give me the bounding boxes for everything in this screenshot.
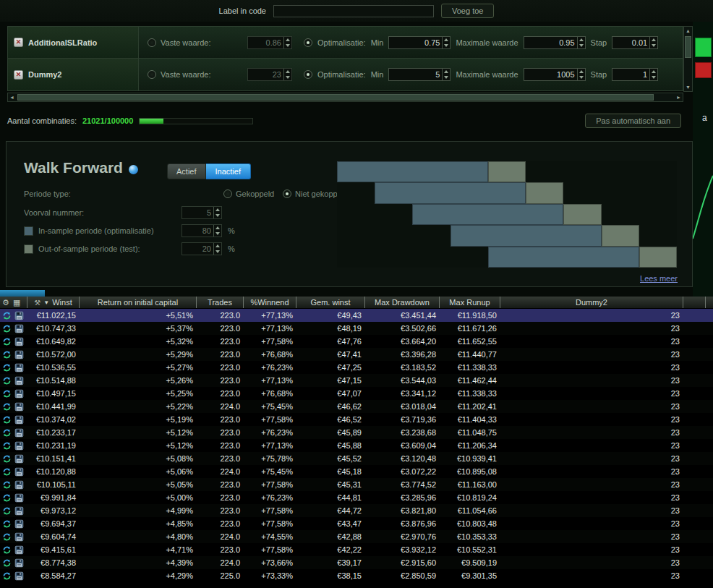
table-row[interactable]: €11.022,15 +5,51% 223.0 +77,13% €49,43 €… <box>0 309 713 322</box>
fixed-value-radio[interactable] <box>148 38 156 47</box>
grid-icon[interactable]: ▦ <box>13 299 20 307</box>
table-row[interactable]: €10.497,15 +5,25% 223.0 +76,68% €47,07 €… <box>0 387 713 400</box>
table-row[interactable]: €10.374,02 +5,19% 223.0 +77,58% €46,52 €… <box>0 413 713 426</box>
apply-settings-icon[interactable] <box>2 454 12 464</box>
gear-icon[interactable]: ⚙ <box>2 299 9 307</box>
spin-up-button[interactable] <box>650 69 657 74</box>
optimize-radio[interactable] <box>304 38 312 47</box>
table-row[interactable]: €8.774,38 +4,39% 224.0 +73,66% €39,17 €2… <box>0 556 713 569</box>
apply-settings-icon[interactable] <box>2 571 12 581</box>
table-row[interactable]: €9.991,84 +5,00% 223.0 +76,23% €44,81 €3… <box>0 491 713 504</box>
insample-input[interactable]: 80 <box>182 224 222 237</box>
save-icon[interactable] <box>14 467 24 477</box>
sort-desc-icon[interactable]: ▼ <box>43 299 49 306</box>
spin-up-button[interactable] <box>284 69 291 74</box>
read-more-link[interactable]: Lees meer <box>640 274 678 283</box>
save-icon[interactable] <box>14 545 24 555</box>
save-icon[interactable] <box>14 454 24 464</box>
step-input[interactable]: 1 <box>612 68 658 81</box>
table-row[interactable]: €9.415,61 +4,71% 223.0 +77,58% €42,22 €3… <box>0 543 713 556</box>
scroll-right-icon[interactable]: ► <box>675 93 683 101</box>
min-input[interactable]: 5 <box>388 68 451 81</box>
scroll-left-icon[interactable]: ◄ <box>8 93 16 101</box>
spin-up-button[interactable] <box>650 37 657 43</box>
max-input[interactable]: 1005 <box>524 68 586 81</box>
save-icon[interactable] <box>14 441 24 451</box>
wrench-icon[interactable]: ⚒ <box>34 299 40 307</box>
remove-param-icon[interactable]: ✕ <box>14 70 23 80</box>
apply-settings-icon[interactable] <box>2 350 12 359</box>
column-winnend[interactable]: %Winnend <box>244 297 296 308</box>
label-in-code-input[interactable] <box>273 5 434 17</box>
table-row[interactable]: €10.231,19 +5,12% 223.0 +77,13% €45,88 €… <box>0 439 713 452</box>
scrollbar-thumb[interactable] <box>17 94 654 101</box>
step-input[interactable]: 0.01 <box>612 36 658 49</box>
optimize-radio[interactable] <box>304 70 312 79</box>
apply-settings-icon[interactable] <box>2 493 12 503</box>
spin-up-button[interactable] <box>443 69 450 74</box>
save-icon[interactable] <box>14 389 24 399</box>
spin-down-button[interactable] <box>214 231 221 237</box>
spin-up-button[interactable] <box>578 69 585 74</box>
apply-settings-icon[interactable] <box>2 389 12 399</box>
spin-up-button[interactable] <box>284 37 291 43</box>
table-row[interactable]: €9.973,12 +4,99% 223.0 +77,58% €44,72 €3… <box>0 504 713 517</box>
table-row[interactable]: €9.694,37 +4,85% 223.0 +77,58% €43,47 €3… <box>0 517 713 530</box>
save-icon[interactable] <box>14 350 24 359</box>
apply-settings-icon[interactable] <box>2 558 12 568</box>
spin-up-button[interactable] <box>578 37 585 43</box>
save-icon[interactable] <box>14 480 24 490</box>
column-dummy2[interactable]: Dummy2 <box>500 297 683 308</box>
save-icon[interactable] <box>14 493 24 503</box>
spin-down-button[interactable] <box>284 43 291 48</box>
coupled-radio[interactable] <box>223 189 232 198</box>
spin-down-button[interactable] <box>578 74 585 80</box>
horizontal-scrollbar[interactable]: ◄ ► <box>7 93 683 102</box>
column-trades[interactable]: Trades <box>197 297 244 308</box>
table-row[interactable]: €10.151,41 +5,08% 223.0 +75,78% €45,52 €… <box>0 452 713 465</box>
save-icon[interactable] <box>14 428 24 438</box>
table-row[interactable]: €10.747,33 +5,37% 223.0 +77,13% €48,19 €… <box>0 322 713 335</box>
occurrence-input[interactable]: 5 <box>182 206 222 219</box>
spin-down-button[interactable] <box>578 43 585 48</box>
apply-settings-icon[interactable] <box>2 545 12 555</box>
apply-settings-icon[interactable] <box>2 480 12 490</box>
apply-settings-icon[interactable] <box>2 519 12 529</box>
table-row[interactable]: €10.233,17 +5,12% 223.0 +76,23% €45,89 €… <box>0 426 713 439</box>
add-label-button[interactable]: Voeg toe <box>441 4 494 18</box>
spin-down-button[interactable] <box>650 43 657 48</box>
apply-settings-icon[interactable] <box>2 363 12 372</box>
spin-down-button[interactable] <box>214 213 221 218</box>
scrollbar-thumb[interactable] <box>685 36 691 58</box>
save-icon[interactable] <box>14 519 24 529</box>
spin-down-button[interactable] <box>443 43 450 48</box>
fixed-value-input[interactable]: 23 <box>247 68 292 81</box>
column-return[interactable]: Return on initial capital <box>80 297 197 308</box>
table-row[interactable]: €10.120,88 +5,06% 224.0 +75,45% €45,18 €… <box>0 465 713 478</box>
apply-settings-icon[interactable] <box>2 428 12 438</box>
uncoupled-radio[interactable] <box>283 189 291 198</box>
spin-up-button[interactable] <box>214 207 221 213</box>
apply-settings-icon[interactable] <box>2 506 12 516</box>
table-row[interactable]: €8.584,27 +4,29% 225.0 +73,33% €38,15 €2… <box>0 569 713 582</box>
spin-down-button[interactable] <box>650 74 657 80</box>
save-icon[interactable] <box>14 363 24 372</box>
save-icon[interactable] <box>14 376 24 385</box>
outsample-input[interactable]: 20 <box>182 242 222 255</box>
save-icon[interactable] <box>14 311 24 320</box>
apply-settings-icon[interactable] <box>2 532 12 542</box>
apply-settings-icon[interactable] <box>2 311 12 320</box>
remove-param-icon[interactable]: ✕ <box>14 38 23 47</box>
save-icon[interactable] <box>14 324 24 333</box>
fixed-value-input[interactable]: 0.86 <box>247 36 292 49</box>
apply-settings-icon[interactable] <box>2 324 12 333</box>
apply-settings-icon[interactable] <box>2 441 12 451</box>
spin-up-button[interactable] <box>443 37 450 43</box>
save-icon[interactable] <box>14 506 24 516</box>
table-row[interactable]: €10.514,88 +5,26% 223.0 +77,13% €47,15 €… <box>0 374 713 387</box>
vertical-scrollbar[interactable]: ▲ ▼ <box>683 26 693 92</box>
min-input[interactable]: 0.75 <box>388 36 451 49</box>
table-row[interactable]: €10.441,99 +5,22% 224.0 +75,45% €46,62 €… <box>0 400 713 413</box>
column-max-drawdown[interactable]: Max Drawdown <box>365 297 440 308</box>
save-icon[interactable] <box>14 532 24 542</box>
